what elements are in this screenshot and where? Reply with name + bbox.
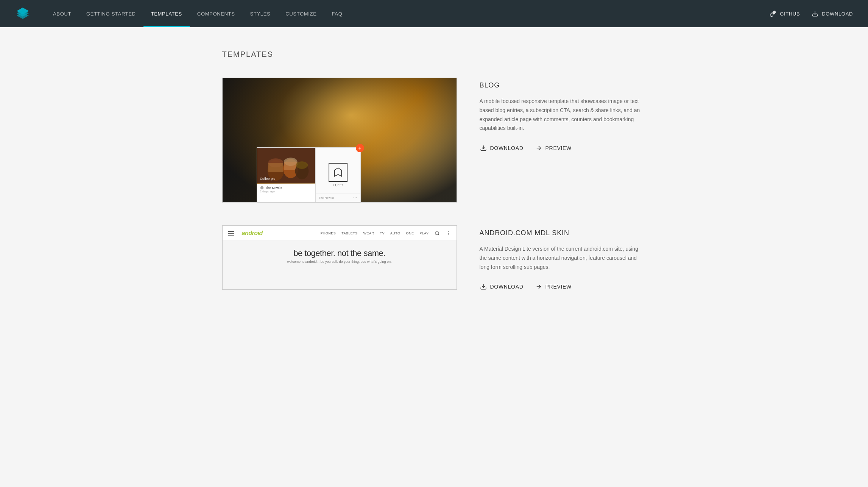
navbar-nav: ABOUT GETTING STARTED TEMPLATES COMPONEN… [45, 0, 769, 27]
download-icon-navbar [811, 10, 819, 17]
android-more-icon [446, 231, 451, 236]
android-nav-play: PLAY [419, 231, 429, 235]
android-hero-subtitle: welcome to android... be yourself. do yo… [238, 260, 441, 264]
download-icon-blog [480, 144, 487, 152]
android-preview-label: Preview [545, 284, 572, 290]
android-hero-title: be together. not the same. [238, 248, 441, 258]
blog-card-text: The Newist 2 days ago [257, 184, 315, 195]
nav-item-faq[interactable]: FAQ [324, 0, 350, 27]
svg-point-24 [448, 233, 448, 233]
blog-card-title: The Newist [260, 186, 312, 190]
android-preview: android PHONES TABLETS WEAR TV AUTO ONE … [222, 225, 457, 290]
svg-point-17 [356, 198, 357, 198]
blog-template-actions: Download Preview [480, 144, 646, 152]
blog-preview: Coffee pic The Newist 2 days ago + [222, 78, 457, 203]
android-hamburger-icon [228, 231, 234, 236]
blog-download-label: Download [490, 145, 524, 151]
nav-item-styles[interactable]: STYLES [243, 0, 278, 27]
nav-item-about[interactable]: ABOUT [45, 0, 79, 27]
android-download-label: Download [490, 284, 524, 290]
blog-preview-button[interactable]: Preview [535, 144, 572, 152]
coffee-label: Coffee pic [260, 177, 275, 181]
android-navbar: android PHONES TABLETS WEAR TV AUTO ONE … [223, 226, 457, 241]
nav-item-templates[interactable]: TEMPLATES [143, 0, 190, 27]
svg-point-23 [448, 231, 448, 232]
page-title: TEMPLATES [222, 50, 646, 59]
logo[interactable] [15, 6, 30, 21]
github-icon [769, 10, 777, 17]
android-hero: be together. not the same. welcome to an… [223, 241, 457, 271]
blog-download-button[interactable]: Download [480, 144, 524, 152]
android-template-description: A Material Design Lite version of the cu… [480, 245, 646, 272]
android-template-info: ANDROID.COM MDL SKIN A Material Design L… [480, 225, 646, 290]
arrow-icon-blog [535, 144, 542, 152]
android-nav-links: PHONES TABLETS WEAR TV AUTO ONE PLAY [320, 231, 450, 236]
svg-point-18 [354, 198, 354, 198]
navbar-download-button[interactable]: Download [811, 10, 853, 17]
android-nav-phones: PHONES [320, 231, 336, 235]
blog-card-title-text: The Newist [265, 186, 282, 190]
blog-preview-label: Preview [545, 145, 572, 151]
nav-item-getting-started[interactable]: GETTING STARTED [79, 0, 143, 27]
nav-item-components[interactable]: COMPONENTS [190, 0, 243, 27]
android-preview-button[interactable]: Preview [535, 283, 572, 290]
blog-card-bookmark-icon [329, 163, 348, 182]
android-nav-tablets: TABLETS [341, 231, 358, 235]
blog-card-image: Coffee pic The Newist 2 days ago [257, 147, 315, 202]
nav-item-customize[interactable]: CUSTOMIZE [278, 0, 324, 27]
template-item-android: android PHONES TABLETS WEAR TV AUTO ONE … [222, 225, 646, 290]
android-nav-auto: AUTO [390, 231, 400, 235]
android-nav-tv: TV [380, 231, 384, 235]
svg-point-21 [435, 231, 438, 234]
android-download-button[interactable]: Download [480, 283, 524, 290]
navbar-download-label: Download [822, 11, 853, 17]
blog-card-footer-text: The Newist [319, 196, 334, 200]
github-link[interactable]: GitHub [769, 10, 800, 17]
blog-card-icon-card: + +1,337 The Newist [315, 147, 361, 202]
arrow-icon-android [535, 283, 542, 290]
android-template-actions: Download Preview [480, 283, 646, 290]
blog-card-footer: The Newist [316, 193, 360, 202]
android-nav-one: ONE [406, 231, 414, 235]
navbar: ABOUT GETTING STARTED TEMPLATES COMPONEN… [0, 0, 868, 27]
blog-card-date: 2 days ago [260, 190, 312, 193]
download-icon-android [480, 283, 487, 290]
svg-point-25 [448, 234, 448, 235]
blog-preview-cards: Coffee pic The Newist 2 days ago + [257, 147, 361, 202]
navbar-actions: GitHub Download [769, 10, 853, 17]
svg-line-22 [438, 234, 439, 235]
template-item-blog: Coffee pic The Newist 2 days ago + [222, 78, 646, 203]
android-nav-wear: WEAR [363, 231, 374, 235]
blog-card-count: +1,337 [333, 183, 343, 187]
svg-point-14 [260, 186, 263, 189]
blog-plus-badge: + [356, 144, 364, 152]
svg-point-16 [355, 198, 355, 198]
blog-template-info: BLOG A mobile focused responsive templat… [480, 78, 646, 152]
github-label: GitHub [780, 11, 800, 17]
main-content: TEMPLATES [207, 27, 661, 336]
svg-marker-15 [334, 168, 341, 176]
android-search-icon [435, 231, 440, 236]
blog-template-description: A mobile focused responsive template tha… [480, 97, 646, 133]
android-template-name: ANDROID.COM MDL SKIN [480, 229, 646, 237]
android-logo: android [242, 230, 263, 237]
blog-template-name: BLOG [480, 81, 646, 89]
blog-card-image-area: Coffee pic [257, 148, 315, 184]
